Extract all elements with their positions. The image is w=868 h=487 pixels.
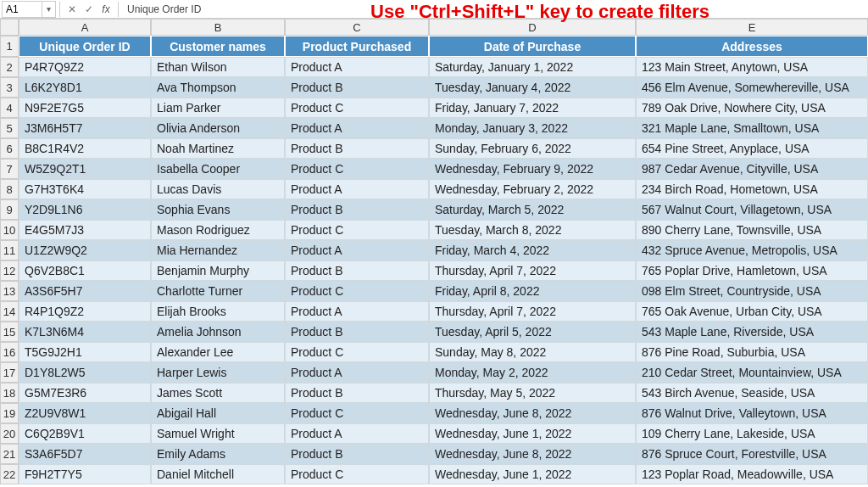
row-header[interactable]: 21: [0, 444, 19, 464]
cell-order-id[interactable]: L6K2Y8D1: [19, 77, 151, 98]
cell-order-id[interactable]: K7L3N6M4: [19, 322, 151, 342]
table-header-cell[interactable]: Addresses: [636, 36, 868, 57]
cell-date[interactable]: Friday, January 7, 2022: [429, 98, 636, 118]
cell-order-id[interactable]: B8C1R4V2: [19, 138, 151, 159]
cell-customer-name[interactable]: Charlotte Turner: [151, 281, 285, 301]
row-header[interactable]: 2: [0, 57, 19, 77]
cell-order-id[interactable]: R4P1Q9Z2: [19, 301, 151, 322]
cell-product[interactable]: Product C: [285, 342, 429, 362]
cell-customer-name[interactable]: Isabella Cooper: [151, 159, 285, 179]
table-header-cell[interactable]: Unique Order ID: [19, 36, 151, 57]
cell-address[interactable]: 765 Oak Avenue, Urban City, USA: [636, 301, 868, 322]
column-header[interactable]: A: [19, 19, 151, 36]
row-header[interactable]: 9: [0, 199, 19, 220]
cell-date[interactable]: Monday, May 2, 2022: [429, 362, 636, 383]
cell-customer-name[interactable]: Lucas Davis: [151, 179, 285, 199]
cell-product[interactable]: Product C: [285, 403, 429, 423]
select-all-corner[interactable]: [0, 19, 19, 36]
cell-customer-name[interactable]: Abigail Hall: [151, 403, 285, 423]
table-header-cell[interactable]: Date of Purchase: [429, 36, 636, 57]
cell-customer-name[interactable]: Harper Lewis: [151, 362, 285, 383]
cell-address[interactable]: 654 Pine Street, Anyplace, USA: [636, 138, 868, 159]
cell-date[interactable]: Wednesday, June 1, 2022: [429, 423, 636, 444]
cell-product[interactable]: Product B: [285, 77, 429, 98]
row-header[interactable]: 16: [0, 342, 19, 362]
cell-order-id[interactable]: D1Y8L2W5: [19, 362, 151, 383]
row-header[interactable]: 11: [0, 240, 19, 260]
row-header[interactable]: 17: [0, 362, 19, 383]
row-header[interactable]: 4: [0, 98, 19, 118]
cell-address[interactable]: 234 Birch Road, Hometown, USA: [636, 179, 868, 199]
cell-order-id[interactable]: U1Z2W9Q2: [19, 240, 151, 260]
cell-customer-name[interactable]: Noah Martinez: [151, 138, 285, 159]
cell-product[interactable]: Product C: [285, 159, 429, 179]
cell-product[interactable]: Product A: [285, 57, 429, 77]
cell-customer-name[interactable]: Mia Hernandez: [151, 240, 285, 260]
cell-date[interactable]: Wednesday, February 9, 2022: [429, 159, 636, 179]
cell-address[interactable]: 098 Elm Street, Countryside, USA: [636, 281, 868, 301]
cell-customer-name[interactable]: Ethan Wilson: [151, 57, 285, 77]
cell-customer-name[interactable]: Ava Thompson: [151, 77, 285, 98]
cell-address[interactable]: 432 Spruce Avenue, Metropolis, USA: [636, 240, 868, 260]
row-header[interactable]: 6: [0, 138, 19, 159]
cell-product[interactable]: Product C: [285, 281, 429, 301]
cell-date[interactable]: Wednesday, June 8, 2022: [429, 444, 636, 464]
cell-date[interactable]: Sunday, May 8, 2022: [429, 342, 636, 362]
cell-product[interactable]: Product B: [285, 322, 429, 342]
row-header[interactable]: 13: [0, 281, 19, 301]
cell-order-id[interactable]: F9H2T7Y5: [19, 464, 151, 484]
cell-product[interactable]: Product A: [285, 240, 429, 260]
cell-date[interactable]: Thursday, April 7, 2022: [429, 260, 636, 281]
row-header[interactable]: 10: [0, 220, 19, 240]
cell-product[interactable]: Product A: [285, 423, 429, 444]
cell-date[interactable]: Tuesday, March 8, 2022: [429, 220, 636, 240]
cancel-icon[interactable]: ✕: [64, 3, 81, 15]
name-box[interactable]: A1: [2, 1, 42, 18]
cell-date[interactable]: Thursday, May 5, 2022: [429, 383, 636, 403]
cell-address[interactable]: 456 Elm Avenue, Somewhereville, USA: [636, 77, 868, 98]
cell-order-id[interactable]: N9F2E7G5: [19, 98, 151, 118]
cell-address[interactable]: 543 Birch Avenue, Seaside, USA: [636, 383, 868, 403]
cell-order-id[interactable]: G5M7E3R6: [19, 383, 151, 403]
cell-product[interactable]: Product A: [285, 301, 429, 322]
cell-customer-name[interactable]: Amelia Johnson: [151, 322, 285, 342]
row-header[interactable]: 8: [0, 179, 19, 199]
cell-date[interactable]: Saturday, March 5, 2022: [429, 199, 636, 220]
cell-date[interactable]: Wednesday, June 1, 2022: [429, 464, 636, 484]
cell-address[interactable]: 876 Spruce Court, Forestville, USA: [636, 444, 868, 464]
cell-customer-name[interactable]: Elijah Brooks: [151, 301, 285, 322]
cell-address[interactable]: 876 Pine Road, Suburbia, USA: [636, 342, 868, 362]
row-header[interactable]: 22: [0, 464, 19, 484]
cell-customer-name[interactable]: Emily Adams: [151, 444, 285, 464]
fx-icon[interactable]: fx: [97, 3, 114, 15]
cell-address[interactable]: 789 Oak Drive, Nowhere City, USA: [636, 98, 868, 118]
cell-address[interactable]: 109 Cherry Lane, Lakeside, USA: [636, 423, 868, 444]
row-header[interactable]: 20: [0, 423, 19, 444]
cell-date[interactable]: Saturday, January 1, 2022: [429, 57, 636, 77]
cell-date[interactable]: Monday, January 3, 2022: [429, 118, 636, 138]
cell-order-id[interactable]: G7H3T6K4: [19, 179, 151, 199]
cell-address[interactable]: 210 Cedar Street, Mountainview, USA: [636, 362, 868, 383]
cell-date[interactable]: Tuesday, April 5, 2022: [429, 322, 636, 342]
cell-customer-name[interactable]: Liam Parker: [151, 98, 285, 118]
cell-order-id[interactable]: S3A6F5D7: [19, 444, 151, 464]
row-header[interactable]: 14: [0, 301, 19, 322]
cell-order-id[interactable]: T5G9J2H1: [19, 342, 151, 362]
cell-address[interactable]: 543 Maple Lane, Riverside, USA: [636, 322, 868, 342]
cell-product[interactable]: Product B: [285, 260, 429, 281]
cell-address[interactable]: 876 Walnut Drive, Valleytown, USA: [636, 403, 868, 423]
cell-address[interactable]: 567 Walnut Court, Villagetown, USA: [636, 199, 868, 220]
cell-product[interactable]: Product A: [285, 118, 429, 138]
cell-address[interactable]: 987 Cedar Avenue, Cityville, USA: [636, 159, 868, 179]
cell-date[interactable]: Wednesday, June 8, 2022: [429, 403, 636, 423]
row-header[interactable]: 19: [0, 403, 19, 423]
table-header-cell[interactable]: Product Purchased: [285, 36, 429, 57]
cell-customer-name[interactable]: Sophia Evans: [151, 199, 285, 220]
cell-order-id[interactable]: Q6V2B8C1: [19, 260, 151, 281]
cell-order-id[interactable]: J3M6H5T7: [19, 118, 151, 138]
cell-date[interactable]: Friday, March 4, 2022: [429, 240, 636, 260]
cell-order-id[interactable]: P4R7Q9Z2: [19, 57, 151, 77]
cell-order-id[interactable]: C6Q2B9V1: [19, 423, 151, 444]
cell-customer-name[interactable]: Benjamin Murphy: [151, 260, 285, 281]
row-header[interactable]: 7: [0, 159, 19, 179]
